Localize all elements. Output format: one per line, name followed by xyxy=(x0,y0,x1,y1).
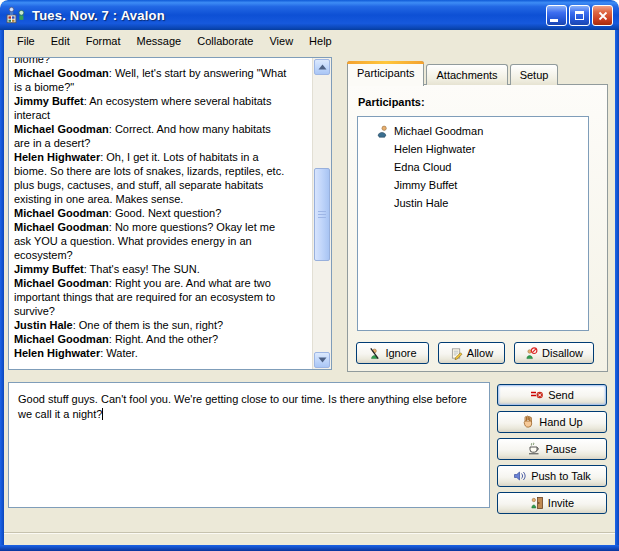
menu-item[interactable]: Format xyxy=(78,32,129,50)
chat-message: Michael Goodman: No more questions? Okay… xyxy=(14,220,288,262)
participant-row[interactable]: Helen Highwater xyxy=(358,140,588,158)
push-to-talk-icon xyxy=(513,469,527,483)
menu-item[interactable]: Help xyxy=(301,32,340,50)
chat-message-author: Justin Hale xyxy=(14,319,73,331)
chat-message-author: Michael Goodman xyxy=(14,277,109,289)
scroll-down-icon xyxy=(318,357,327,363)
participant-name: Michael Goodman xyxy=(394,125,483,137)
chat-message-author: Michael Goodman xyxy=(14,67,109,79)
ignore-button[interactable]: Ignore xyxy=(356,342,429,364)
chat-message-text: That's easy! The SUN. xyxy=(90,263,200,275)
participants-list[interactable]: Michael Goodman Helen Highwater Ed xyxy=(357,116,589,331)
participant-row[interactable]: Michael Goodman xyxy=(358,122,588,140)
menu-item[interactable]: File xyxy=(9,32,43,50)
action-buttons: Send Hand Up Pause Push to Talk xyxy=(497,384,607,514)
tab-strip: ParticipantsAttachmentsSetup xyxy=(347,60,558,85)
participant-row[interactable]: Justin Hale xyxy=(358,194,588,212)
participant-row[interactable]: Edna Cloud xyxy=(358,158,588,176)
menu-item[interactable]: Message xyxy=(129,32,190,50)
window-title: Tues. Nov. 7 : Avalon xyxy=(32,8,165,23)
chat-message: Michael Goodman: Correct. And how many h… xyxy=(14,122,288,150)
scroll-up-button[interactable] xyxy=(314,59,330,75)
titlebar[interactable]: Tues. Nov. 7 : Avalon xyxy=(0,0,619,30)
close-button[interactable] xyxy=(592,5,613,26)
chat-message: Jimmy Buffet: An ecosystem where several… xyxy=(14,94,288,122)
push-to-talk-label: Push to Talk xyxy=(531,470,591,482)
participant-name: Edna Cloud xyxy=(394,161,452,173)
tab[interactable]: Attachments xyxy=(426,64,507,85)
menu-bar: FileEditFormatMessageCollaborateViewHelp xyxy=(4,30,615,51)
chat-message-author: Jimmy Buffet xyxy=(14,95,84,107)
maximize-icon xyxy=(575,11,584,20)
chat-message: Michael Goodman: Right you are. And what… xyxy=(14,276,288,318)
moderation-buttons: Ignore Allow Disallow xyxy=(356,342,594,364)
chat-message-text: One of them is the sun, right? xyxy=(79,319,223,331)
menu-item[interactable]: Edit xyxy=(43,32,78,50)
allow-icon xyxy=(450,347,463,360)
text-caret xyxy=(102,408,103,420)
participants-panel: Participants: Michael Goodman Hel xyxy=(347,84,608,372)
scrollbar-grip-icon xyxy=(318,211,326,219)
tab[interactable]: Setup xyxy=(510,64,559,85)
chat-message: Helen Highwater: Water. xyxy=(14,346,288,360)
pause-button[interactable]: Pause xyxy=(497,438,607,460)
chat-message-text: Good. Next question? xyxy=(115,207,221,219)
pause-icon xyxy=(527,442,541,456)
chat-log: biome? Michael Goodman: Well, let's star… xyxy=(14,57,288,360)
participant-row[interactable]: Jimmy Buffet xyxy=(358,176,588,194)
chat-message-author: Michael Goodman xyxy=(14,221,109,233)
invite-button[interactable]: Invite xyxy=(497,492,607,514)
chat-message: biome? xyxy=(14,57,288,66)
push-to-talk-button[interactable]: Push to Talk xyxy=(497,465,607,487)
message-input-text: Good stuff guys. Can't fool you. We're g… xyxy=(18,393,467,420)
chat-message-text: biome? xyxy=(14,57,50,65)
scrollbar-thumb[interactable] xyxy=(314,168,330,261)
disallow-icon xyxy=(525,347,538,360)
tab[interactable]: Participants xyxy=(347,61,424,86)
chat-message: Helen Highwater: Oh, I get it. Lots of h… xyxy=(14,150,288,206)
send-label: Send xyxy=(548,389,574,401)
maximize-button[interactable] xyxy=(569,5,590,26)
participant-name: Jimmy Buffet xyxy=(394,179,457,191)
chat-message: Michael Goodman: Good. Next question? xyxy=(14,206,288,220)
disallow-label: Disallow xyxy=(542,347,583,359)
ignore-icon xyxy=(368,347,381,360)
hand-up-label: Hand Up xyxy=(539,416,582,428)
window-border-right xyxy=(615,30,619,551)
send-button[interactable]: Send xyxy=(497,384,607,406)
allow-button[interactable]: Allow xyxy=(438,342,505,364)
invite-icon xyxy=(530,496,544,510)
chat-message-author: Helen Highwater xyxy=(14,347,100,359)
app-icon xyxy=(6,6,28,24)
window-border-left xyxy=(0,30,4,551)
disallow-button[interactable]: Disallow xyxy=(514,342,594,364)
status-bar xyxy=(4,532,615,545)
minimize-icon xyxy=(550,19,558,22)
chat-message: Justin Hale: One of them is the sun, rig… xyxy=(14,318,288,332)
menu-item[interactable]: View xyxy=(261,32,301,50)
chat-message-author: Jimmy Buffet xyxy=(14,263,84,275)
chat-message: Michael Goodman: Well, let's start by an… xyxy=(14,66,288,94)
participant-status-icon xyxy=(375,125,390,138)
participant-name: Helen Highwater xyxy=(394,143,475,155)
chat-scrollbar[interactable] xyxy=(312,58,331,369)
scroll-down-button[interactable] xyxy=(314,352,330,368)
hand-up-button[interactable]: Hand Up xyxy=(497,411,607,433)
chat-transcript[interactable]: biome? Michael Goodman: Well, let's star… xyxy=(8,57,332,370)
minimize-button[interactable] xyxy=(546,5,567,26)
chat-message-author: Michael Goodman xyxy=(14,207,109,219)
chat-message-author: Michael Goodman xyxy=(14,333,109,345)
ignore-label: Ignore xyxy=(385,347,416,359)
chat-message-author: Helen Highwater xyxy=(14,151,100,163)
chat-message: Jimmy Buffet: That's easy! The SUN. xyxy=(14,262,288,276)
pause-label: Pause xyxy=(545,443,576,455)
chat-message-text: Right. And the other? xyxy=(115,333,218,345)
send-icon xyxy=(530,388,544,402)
allow-label: Allow xyxy=(467,347,493,359)
chat-message-author: Michael Goodman xyxy=(14,123,109,135)
hand-up-icon xyxy=(521,415,535,429)
close-icon xyxy=(598,11,608,21)
menu-item[interactable]: Collaborate xyxy=(189,32,261,50)
message-input[interactable]: Good stuff guys. Can't fool you. We're g… xyxy=(8,382,490,508)
invite-label: Invite xyxy=(548,497,574,509)
